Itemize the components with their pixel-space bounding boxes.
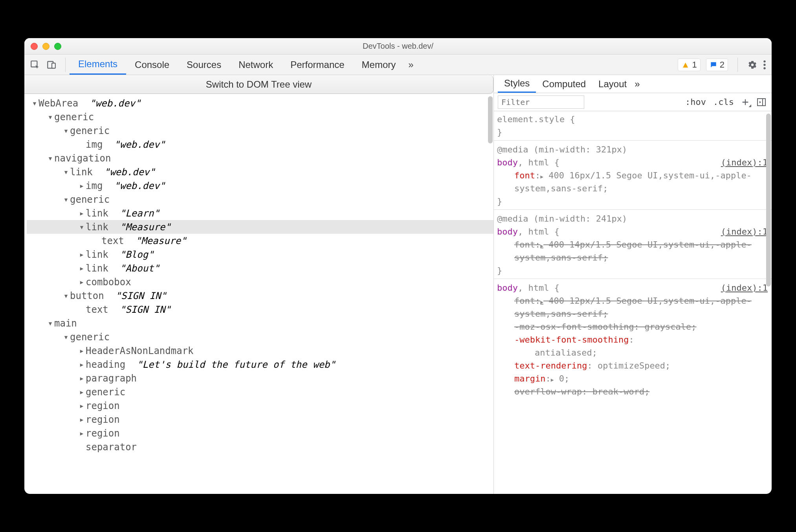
tab-performance[interactable]: Performance [282, 55, 353, 75]
tree-disclosure-icon[interactable] [78, 361, 86, 368]
messages-badge[interactable]: 2 [706, 59, 728, 71]
tree-row[interactable]: button "SIGN IN" [27, 289, 493, 303]
source-link[interactable]: (index):1 [721, 156, 768, 169]
device-toolbar-icon[interactable] [46, 60, 57, 70]
tree-disclosure-icon[interactable] [62, 293, 70, 299]
tree-role-label: paragraph [86, 373, 137, 384]
new-style-rule-button[interactable]: ◢ [741, 98, 750, 106]
tree-disclosure-icon[interactable] [78, 279, 86, 285]
tree-disclosure-icon[interactable] [78, 416, 86, 423]
tree-row[interactable]: navigation [27, 151, 493, 165]
tree-row[interactable]: region [27, 399, 493, 413]
tab-memory[interactable]: Memory [353, 55, 405, 75]
tree-disclosure-icon[interactable] [78, 348, 86, 354]
tree-disclosure-icon[interactable] [78, 389, 86, 395]
tree-row[interactable]: generic [27, 124, 493, 138]
tree-disclosure-icon[interactable] [78, 403, 86, 409]
tree-row[interactable]: link "Measure" [27, 220, 493, 234]
tree-row[interactable]: separator [27, 440, 493, 454]
tree-row[interactable]: main [27, 316, 493, 330]
tree-row[interactable]: heading "Let's build the future of the w… [27, 358, 493, 371]
tab-network[interactable]: Network [230, 55, 282, 75]
tree-disclosure-icon[interactable] [78, 183, 86, 189]
toggle-sidebar-icon[interactable] [757, 98, 766, 106]
close-window-button[interactable] [31, 43, 38, 50]
switch-view-button[interactable]: Switch to DOM Tree view [24, 75, 493, 94]
tree-row[interactable]: region [27, 413, 493, 426]
tree-role-label: link [86, 263, 114, 274]
tab-elements[interactable]: Elements [70, 55, 126, 75]
tree-row[interactable]: region [27, 426, 493, 440]
tree-row[interactable]: generic [27, 330, 493, 344]
tab-styles[interactable]: Styles [498, 75, 536, 93]
css-property[interactable]: -moz-osx-font-smoothing [514, 322, 634, 332]
css-property[interactable]: margin [514, 374, 545, 383]
tree-disclosure-icon[interactable] [78, 224, 86, 230]
tree-name-label: "web.dev" [108, 180, 165, 191]
css-property[interactable]: font [514, 171, 535, 180]
tree-disclosure-icon[interactable] [78, 375, 86, 382]
tree-row[interactable]: img "web.dev" [27, 179, 493, 193]
tree-disclosure-icon[interactable] [78, 265, 86, 272]
hover-toggle[interactable]: :hov [685, 97, 706, 107]
tree-row[interactable]: paragraph [27, 371, 493, 385]
tree-role-label: separator [86, 442, 137, 453]
css-selector[interactable]: body [497, 158, 518, 167]
tree-disclosure-icon[interactable] [46, 155, 54, 161]
minimize-window-button[interactable] [42, 43, 50, 50]
tree-row[interactable]: link "web.dev" [27, 165, 493, 179]
svg-point-5 [763, 67, 765, 69]
tree-row[interactable]: text "Measure" [27, 234, 493, 248]
tree-row[interactable]: generic [27, 193, 493, 206]
tree-row[interactable]: text "SIGN IN" [27, 303, 493, 316]
tree-row[interactable]: link "About" [27, 261, 493, 275]
styles-body[interactable]: element.style { } @media (min-width: 321… [494, 111, 772, 494]
class-toggle[interactable]: .cls [713, 97, 734, 107]
tree-disclosure-icon[interactable] [78, 251, 86, 258]
tree-row[interactable]: generic [27, 385, 493, 399]
styles-toolbar: :hov .cls ◢ [494, 93, 772, 111]
css-property[interactable]: -webkit-font-smoothing [514, 335, 629, 345]
accessibility-tree[interactable]: WebArea "web.dev"genericgenericimg "web.… [24, 94, 493, 494]
tab-layout[interactable]: Layout [592, 75, 633, 93]
tree-row[interactable]: combobox [27, 275, 493, 289]
more-tabs-button[interactable]: » [404, 55, 417, 75]
more-right-tabs-button[interactable]: » [635, 79, 640, 90]
tree-row[interactable]: WebArea "web.dev" [27, 96, 493, 110]
zoom-window-button[interactable] [54, 43, 61, 50]
tree-disclosure-icon[interactable] [62, 334, 70, 340]
css-property[interactable]: overflow-wrap [514, 387, 582, 396]
tree-disclosure-icon[interactable] [78, 210, 86, 216]
source-link[interactable]: (index):1 [721, 225, 768, 238]
kebab-menu-icon[interactable] [763, 60, 766, 70]
tree-disclosure-icon[interactable] [31, 100, 39, 106]
element-selector-icon[interactable] [30, 60, 40, 70]
tree-name-label: "Measure" [130, 235, 187, 246]
tree-disclosure-icon[interactable] [62, 169, 70, 175]
tree-name-label: "SIGN IN" [114, 304, 171, 315]
css-property[interactable]: font [514, 296, 535, 306]
tab-console[interactable]: Console [126, 55, 178, 75]
tree-disclosure-icon[interactable] [46, 114, 54, 120]
tab-computed[interactable]: Computed [536, 75, 592, 93]
tab-sources[interactable]: Sources [178, 55, 230, 75]
tree-row[interactable]: generic [27, 110, 493, 124]
tree-disclosure-icon[interactable] [62, 196, 70, 203]
tree-row[interactable]: link "Blog" [27, 248, 493, 261]
css-property[interactable]: font [514, 240, 535, 249]
tree-disclosure-icon[interactable] [62, 128, 70, 134]
css-selector[interactable]: body [497, 227, 518, 237]
styles-filter-input[interactable] [498, 95, 584, 109]
tree-disclosure-icon[interactable] [78, 430, 86, 437]
tree-disclosure-icon[interactable] [46, 320, 54, 327]
scrollbar-thumb[interactable] [766, 114, 771, 286]
tree-row[interactable]: HeaderAsNonLandmark [27, 344, 493, 358]
source-link[interactable]: (index):1 [721, 281, 768, 294]
settings-gear-icon[interactable] [747, 60, 757, 70]
warnings-badge[interactable]: ▲ 1 [678, 59, 701, 71]
tree-row[interactable]: img "web.dev" [27, 138, 493, 151]
css-property[interactable]: text-rendering [514, 361, 587, 371]
scrollbar-thumb[interactable] [488, 96, 493, 143]
css-selector[interactable]: body [497, 283, 518, 293]
tree-row[interactable]: link "Learn" [27, 206, 493, 220]
